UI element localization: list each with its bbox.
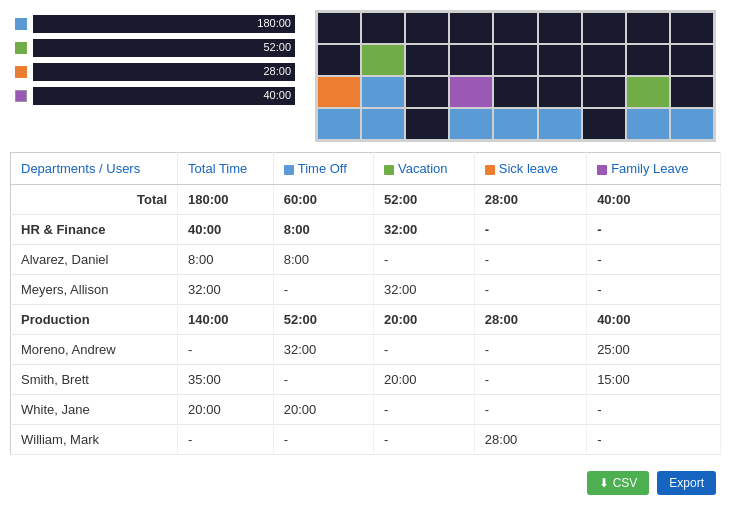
cell-total: 35:00	[178, 365, 274, 395]
chart-cell	[406, 45, 448, 75]
cell-name: Total	[11, 185, 178, 215]
cell-family: -	[587, 245, 721, 275]
chart-cell	[671, 77, 713, 107]
vacation-dot	[384, 165, 394, 175]
chart-cell	[450, 45, 492, 75]
chart-cell-blue8	[671, 109, 713, 139]
chart-cell	[671, 13, 713, 43]
chart-cell-blue6	[539, 109, 581, 139]
cell-total: -	[178, 335, 274, 365]
chart-row-2	[318, 45, 713, 75]
cell-timeoff: 52:00	[273, 305, 373, 335]
chart-cell	[494, 45, 536, 75]
chart-cell	[583, 45, 625, 75]
legend-value-3: 28:00	[263, 65, 291, 77]
chart-cell-blue7	[627, 109, 669, 139]
chart-row-3	[318, 77, 713, 107]
cell-sick: -	[474, 335, 586, 365]
cell-family: -	[587, 425, 721, 455]
chart-cell	[450, 13, 492, 43]
cell-family: 15:00	[587, 365, 721, 395]
cell-vacation: 32:00	[373, 275, 474, 305]
cell-timeoff: -	[273, 275, 373, 305]
table-row: Production 140:00 52:00 20:00 28:00 40:0…	[11, 305, 721, 335]
top-section: 180:00 52:00 28:00 40:00	[0, 0, 731, 152]
cell-total: 180:00	[178, 185, 274, 215]
cell-sick: -	[474, 395, 586, 425]
bottom-bar: ⬇ CSV Export	[0, 465, 731, 501]
cell-name: HR & Finance	[11, 215, 178, 245]
chart-cell	[318, 13, 360, 43]
cell-sick: -	[474, 365, 586, 395]
cell-vacation: -	[373, 395, 474, 425]
cell-timeoff: -	[273, 365, 373, 395]
table-row: White, Jane 20:00 20:00 - - -	[11, 395, 721, 425]
legend-area: 180:00 52:00 28:00 40:00	[15, 10, 295, 142]
cell-vacation: 32:00	[373, 215, 474, 245]
cell-vacation: 52:00	[373, 185, 474, 215]
cell-sick: 28:00	[474, 305, 586, 335]
cell-name: Alvarez, Daniel	[11, 245, 178, 275]
cell-name: William, Mark	[11, 425, 178, 455]
cell-name: Production	[11, 305, 178, 335]
chart-cell	[406, 109, 448, 139]
col-header-family: Family Leave	[587, 153, 721, 185]
cell-vacation: -	[373, 245, 474, 275]
chart-cell-blue4	[450, 109, 492, 139]
legend-color-green	[15, 42, 27, 54]
col-header-timeoff: Time Off	[273, 153, 373, 185]
chart-cell-blue5	[494, 109, 536, 139]
table-row: Smith, Brett 35:00 - 20:00 - 15:00	[11, 365, 721, 395]
chart-cell-green	[362, 45, 404, 75]
table-header-row: Departments / Users Total Time Time Off …	[11, 153, 721, 185]
chart-cell	[539, 77, 581, 107]
cell-vacation: 20:00	[373, 305, 474, 335]
table-row: Total 180:00 60:00 52:00 28:00 40:00	[11, 185, 721, 215]
cell-timeoff: 8:00	[273, 215, 373, 245]
cell-total: -	[178, 425, 274, 455]
cell-name: Meyers, Allison	[11, 275, 178, 305]
chart-cell	[583, 109, 625, 139]
chart-cell	[406, 13, 448, 43]
table-row: Moreno, Andrew - 32:00 - - 25:00	[11, 335, 721, 365]
cell-total: 40:00	[178, 215, 274, 245]
legend-bar-3: 28:00	[33, 63, 295, 81]
cell-total: 32:00	[178, 275, 274, 305]
cell-timeoff: 20:00	[273, 395, 373, 425]
cell-family: 40:00	[587, 185, 721, 215]
table-section: Departments / Users Total Time Time Off …	[0, 152, 731, 465]
export-button[interactable]: Export	[657, 471, 716, 495]
cell-vacation: -	[373, 335, 474, 365]
chart-cell-purple	[450, 77, 492, 107]
cell-family: -	[587, 395, 721, 425]
cell-family: -	[587, 275, 721, 305]
chart-cell	[627, 13, 669, 43]
chart-cell	[539, 45, 581, 75]
cell-name: White, Jane	[11, 395, 178, 425]
cell-total: 8:00	[178, 245, 274, 275]
cell-family: -	[587, 215, 721, 245]
cell-sick: -	[474, 245, 586, 275]
table-row: HR & Finance 40:00 8:00 32:00 - -	[11, 215, 721, 245]
chart-cell	[671, 45, 713, 75]
legend-bar-1: 180:00	[33, 15, 295, 33]
csv-button[interactable]: ⬇ CSV	[587, 471, 650, 495]
cell-name: Smith, Brett	[11, 365, 178, 395]
table-row: Meyers, Allison 32:00 - 32:00 - -	[11, 275, 721, 305]
chart-cell	[583, 13, 625, 43]
legend-color-purple	[15, 90, 27, 102]
sick-dot	[485, 165, 495, 175]
cell-timeoff: -	[273, 425, 373, 455]
chart-cell	[318, 45, 360, 75]
chart-cell-orange	[318, 77, 360, 107]
chart-row-4	[318, 109, 713, 139]
legend-row-1: 180:00	[15, 15, 295, 33]
chart-cell	[539, 13, 581, 43]
col-header-sick: Sick leave	[474, 153, 586, 185]
legend-color-blue	[15, 18, 27, 30]
cell-family: 40:00	[587, 305, 721, 335]
legend-value-4: 40:00	[263, 89, 291, 101]
timeoff-dot	[284, 165, 294, 175]
chart-cell	[583, 77, 625, 107]
chart-cell-blue	[362, 77, 404, 107]
